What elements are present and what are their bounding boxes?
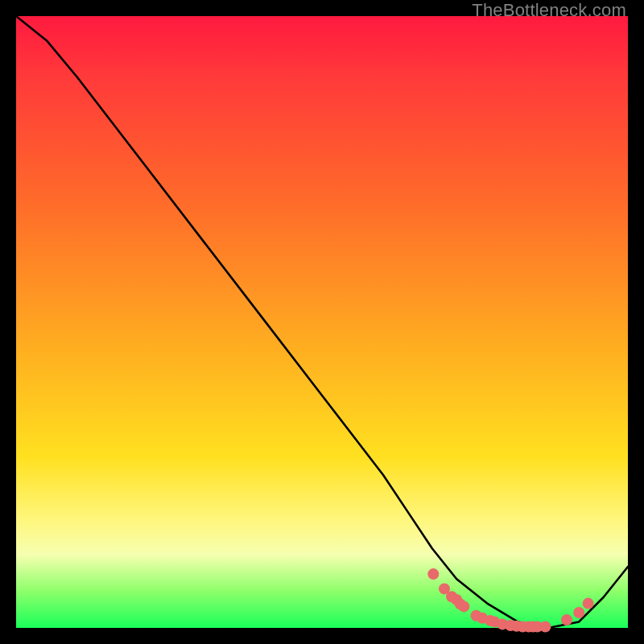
- data-point: [573, 607, 584, 618]
- chart-frame: TheBottleneck.com: [0, 0, 644, 644]
- curve-line: [16, 16, 628, 628]
- data-point: [583, 598, 594, 609]
- data-point: [539, 621, 551, 633]
- data-point: [427, 568, 439, 580]
- data-point: [458, 601, 469, 612]
- data-points: [427, 568, 593, 632]
- chart-svg: [16, 16, 628, 628]
- data-point: [561, 614, 572, 625]
